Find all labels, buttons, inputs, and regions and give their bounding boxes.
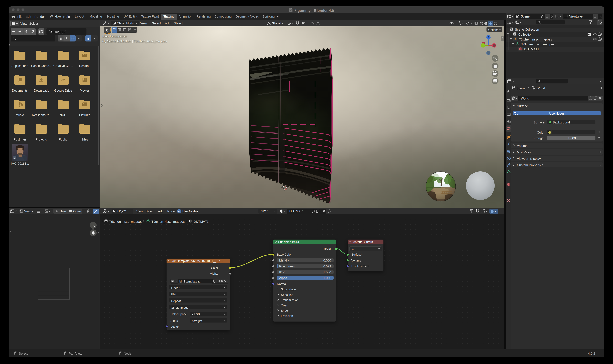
svg-text:Z: Z — [488, 36, 489, 39]
svg-text:Y: Y — [482, 44, 484, 47]
